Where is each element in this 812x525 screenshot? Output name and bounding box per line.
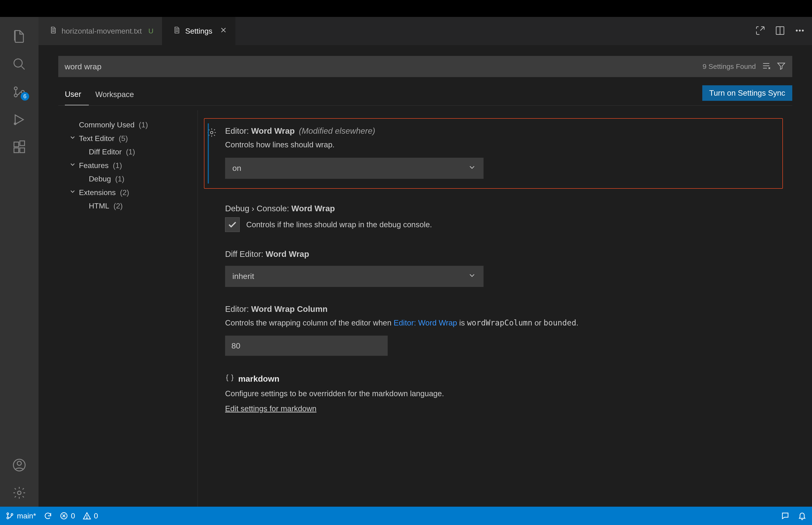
settings-file-icon	[173, 26, 181, 36]
svg-point-15	[802, 30, 803, 31]
svg-point-18	[7, 517, 9, 519]
settings-search[interactable]: 9 Settings Found	[58, 56, 792, 77]
toc-text-editor[interactable]: Text Editor (5)	[58, 132, 198, 145]
chevron-down-icon	[69, 188, 76, 197]
chevron-down-icon	[468, 271, 476, 282]
setting-word-wrap-column: Editor: Word Wrap Column Controls the wr…	[198, 296, 792, 365]
manage-gear-icon[interactable]	[0, 479, 39, 507]
source-control-icon[interactable]: 6	[0, 78, 39, 106]
filter-icon[interactable]	[777, 61, 786, 72]
input-value: 80	[231, 341, 240, 350]
svg-point-10	[17, 461, 21, 466]
svg-point-14	[799, 30, 800, 31]
run-debug-icon[interactable]	[0, 106, 39, 134]
chevron-down-icon	[69, 134, 76, 143]
setting-link[interactable]: Editor: Word Wrap	[394, 318, 457, 327]
editor-tabs: horizontal-movement.txt U Settings	[39, 17, 812, 45]
svg-rect-6	[14, 148, 19, 153]
scope-user[interactable]: User	[65, 85, 89, 105]
svg-point-19	[11, 513, 13, 515]
settings-found-count: 9 Settings Found	[703, 62, 756, 71]
toc-debug[interactable]: Debug (1)	[58, 172, 198, 186]
word-wrap-dropdown[interactable]: on	[225, 158, 484, 179]
setting-description: Controls the wrapping column of the edit…	[225, 317, 778, 329]
dropdown-value: on	[232, 164, 241, 173]
status-bar: main* 0 0	[0, 507, 812, 525]
svg-point-17	[7, 513, 9, 515]
status-warnings[interactable]: 0	[83, 512, 98, 520]
chevron-down-icon	[468, 163, 476, 174]
activity-bar: 6	[0, 17, 39, 507]
tab-file-name: horizontal-movement.txt	[62, 27, 142, 35]
status-feedback-icon[interactable]	[781, 512, 790, 520]
tab-file[interactable]: horizontal-movement.txt U	[39, 17, 162, 45]
setting-description: Controls how lines should wrap.	[225, 139, 768, 151]
svg-rect-8	[20, 141, 25, 146]
status-errors[interactable]: 0	[60, 512, 75, 520]
file-icon	[49, 26, 57, 36]
setting-diff-editor-word-wrap: Diff Editor: Word Wrap inherit	[198, 241, 792, 296]
settings-scope-tabs: User Workspace Turn on Settings Sync	[58, 85, 792, 106]
setting-debug-console-word-wrap: Debug › Console: Word Wrap Controls if t…	[198, 196, 792, 241]
scm-badge: 6	[21, 92, 29, 101]
settings-sync-button[interactable]: Turn on Settings Sync	[702, 85, 792, 101]
modified-indicator: (Modified elsewhere)	[299, 126, 375, 135]
split-editor-icon[interactable]	[775, 25, 785, 37]
tab-settings[interactable]: Settings	[162, 17, 236, 45]
extensions-icon[interactable]	[0, 134, 39, 161]
word-wrap-column-input[interactable]: 80	[225, 335, 388, 356]
setting-description: Configure settings to be overridden for …	[225, 388, 778, 400]
settings-search-input[interactable]	[65, 62, 703, 71]
svg-point-2	[14, 94, 17, 97]
svg-point-0	[14, 59, 22, 67]
svg-point-13	[796, 30, 797, 31]
settings-list: Editor: Word Wrap (Modified elsewhere) C…	[198, 110, 792, 507]
status-sync[interactable]	[44, 512, 52, 520]
setting-description: Controls if the lines should wrap in the…	[246, 219, 432, 230]
scope-workspace[interactable]: Workspace	[95, 85, 141, 105]
open-settings-json-icon[interactable]	[755, 25, 765, 37]
svg-point-1	[14, 87, 17, 90]
search-icon[interactable]	[0, 50, 39, 78]
status-bell-icon[interactable]	[798, 512, 806, 520]
setting-editor-word-wrap: Editor: Word Wrap (Modified elsewhere) C…	[204, 118, 783, 189]
tab-file-status: U	[148, 27, 153, 35]
toc-html[interactable]: HTML (2)	[58, 199, 198, 213]
tab-settings-label: Settings	[185, 27, 212, 35]
debug-console-wrap-checkbox[interactable]	[225, 217, 240, 232]
toc-commonly-used[interactable]: Commonly Used (1)	[58, 118, 198, 132]
accounts-icon[interactable]	[0, 451, 39, 479]
clear-search-icon[interactable]	[762, 61, 771, 72]
braces-icon	[225, 373, 234, 385]
status-branch[interactable]: main*	[6, 512, 36, 520]
explorer-icon[interactable]	[0, 22, 39, 50]
toc-extensions[interactable]: Extensions (2)	[58, 186, 198, 199]
svg-rect-7	[20, 148, 25, 153]
dropdown-value: inherit	[232, 272, 254, 281]
svg-point-11	[18, 491, 21, 495]
edit-markdown-settings-link[interactable]: Edit settings for markdown	[225, 404, 317, 413]
more-actions-icon[interactable]	[795, 25, 805, 37]
toc-features[interactable]: Features (1)	[58, 159, 198, 172]
svg-point-21	[87, 518, 87, 518]
close-icon[interactable]	[220, 27, 227, 35]
settings-toc: Commonly Used (1) Text Editor (5) Diff E…	[58, 110, 198, 507]
setting-markdown-language: markdown Configure settings to be overri…	[198, 365, 792, 422]
chevron-down-icon	[69, 161, 76, 170]
diff-word-wrap-dropdown[interactable]: inherit	[225, 266, 484, 287]
svg-rect-5	[14, 142, 19, 147]
toc-diff-editor[interactable]: Diff Editor (1)	[58, 145, 198, 159]
title-bar	[0, 0, 812, 17]
